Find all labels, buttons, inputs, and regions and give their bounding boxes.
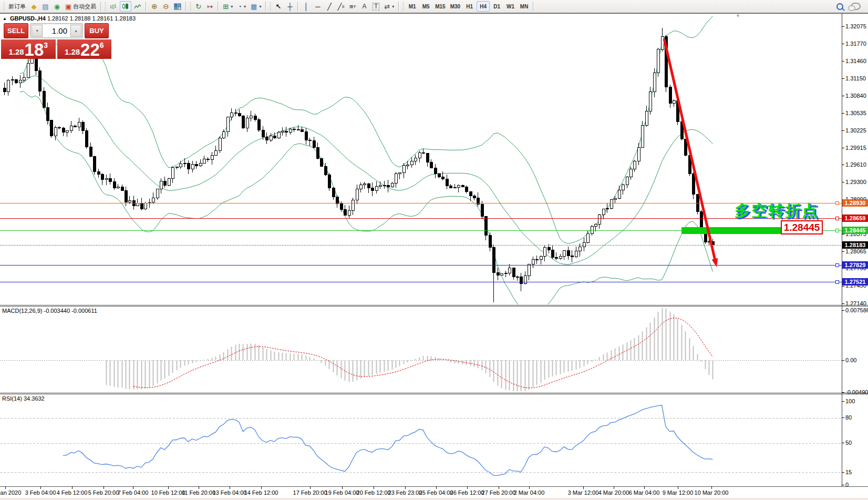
- auto-scroll-icon: ↻: [195, 3, 201, 10]
- toolbar-separator: [265, 2, 266, 11]
- timeframe-button-m1[interactable]: M1: [406, 1, 419, 12]
- toolbar-separator: [185, 2, 187, 11]
- zoom-out-button[interactable]: ⊖: [160, 1, 171, 12]
- auto-trading-icon: ▣: [65, 3, 71, 10]
- price-tick-1.29300: 1.29300: [845, 179, 866, 186]
- line-handle[interactable]: [835, 281, 839, 284]
- time-tick: 13 Feb 04:00: [213, 489, 247, 496]
- crosshair-icon: ┼: [287, 3, 292, 10]
- templates-button[interactable]: ▦ ▾: [249, 1, 263, 12]
- buy-button[interactable]: BUY: [85, 23, 109, 38]
- text-icon: A: [362, 3, 366, 10]
- shapes-button[interactable]: ⇄ ▾: [382, 1, 396, 12]
- indicators-add-icon: ⊞: [223, 3, 229, 10]
- volume-decrease-button[interactable]: ▼: [32, 25, 43, 37]
- cursor-arrow-icon: ↖: [275, 3, 281, 10]
- auto-scroll-button[interactable]: ↻: [193, 1, 204, 12]
- line-handle[interactable]: [835, 202, 839, 205]
- community-chat-button[interactable]: [849, 1, 863, 12]
- indicators-button[interactable]: ⊞ ▾: [221, 1, 235, 12]
- candlestick-chart-button[interactable]: [120, 1, 131, 12]
- timeframe-button-d1[interactable]: D1: [490, 1, 503, 12]
- macd-tick-0.00: 0.00: [845, 357, 856, 364]
- toolbar-separator: [297, 2, 298, 11]
- toolbar-right-group: [834, 1, 866, 12]
- signals-icon: ◉: [54, 3, 60, 10]
- time-tick: 6 Mar 04:00: [629, 489, 660, 496]
- trend-arrow-head: [712, 258, 718, 267]
- market-watch-icon: ◆: [32, 3, 37, 10]
- timeframe-button-m5[interactable]: M5: [419, 1, 432, 12]
- mt4-window: { "toolbar": { "new_order": "新订单", "auto…: [0, 0, 868, 500]
- market-watch-button[interactable]: ◆: [28, 1, 39, 12]
- buy-price-tile[interactable]: 1.28 22 6: [57, 39, 112, 59]
- cursor-button[interactable]: ↖: [273, 1, 284, 12]
- timeframe-button-w1[interactable]: W1: [504, 1, 517, 12]
- candles: [3, 28, 714, 302]
- price-tick-1.28065: 1.28065: [845, 248, 866, 255]
- search-icon: [836, 3, 843, 10]
- timeframe-button-m30[interactable]: M30: [448, 1, 462, 12]
- sell-price-tile[interactable]: 1.28 18 3: [1, 39, 56, 59]
- price-tick-1.31460: 1.31460: [845, 58, 866, 65]
- macd-tick-0.007586: 0.007586: [845, 307, 868, 314]
- volume-increase-button[interactable]: ▲: [70, 25, 81, 37]
- periods-button[interactable]: ◔ ▾: [235, 1, 248, 12]
- line-handle[interactable]: [835, 264, 839, 267]
- time-tick: 17 Feb 20:00: [293, 489, 327, 496]
- new-order-label: 新订单: [8, 3, 26, 11]
- chart-shift-button[interactable]: ↦: [204, 1, 215, 12]
- annotation-text[interactable]: 多空转折点: [735, 200, 819, 222]
- new-order-button[interactable]: 新订单: [6, 1, 28, 12]
- time-tick: 10 Feb 12:00: [151, 489, 185, 496]
- rsi-line: [63, 405, 713, 476]
- price-tick-1.29915: 1.29915: [845, 145, 866, 151]
- crosshair-button[interactable]: ┼: [284, 1, 295, 12]
- time-tick: 9 Mar 12:00: [663, 489, 694, 496]
- auto-trading-button[interactable]: ▣ 自动交易: [63, 1, 98, 12]
- time-tick: 4 Mar 20:00: [598, 489, 629, 496]
- time-tick: 30 Jan 2020: [0, 489, 21, 496]
- bar-chart-button[interactable]: [108, 1, 119, 12]
- collapse-triangle-icon: ▲: [3, 16, 7, 21]
- timeframe-button-h4[interactable]: H4: [477, 1, 490, 12]
- vertical-line-button[interactable]: │: [301, 1, 312, 12]
- candlestick-icon: [122, 3, 129, 10]
- rsi-tick-15: 15: [845, 469, 852, 476]
- line-handle[interactable]: [835, 217, 839, 220]
- text-label-button[interactable]: T: [370, 1, 381, 12]
- chart-canvas[interactable]: [0, 0, 868, 500]
- channel-button[interactable]: ╱E: [335, 1, 347, 12]
- signals-button[interactable]: ◉: [51, 1, 63, 12]
- fibonacci-button[interactable]: ≡F: [347, 1, 358, 12]
- channel-sub-label: E: [342, 5, 345, 8]
- rsi-label: RSI(14) 34.3632: [2, 395, 45, 402]
- line-chart-button[interactable]: [132, 1, 143, 12]
- zoom-in-button[interactable]: ⊕: [149, 1, 160, 12]
- chart-shift-marker-icon[interactable]: ▼: [736, 13, 740, 18]
- price-badge-1.27521: 1.27521: [842, 278, 868, 285]
- sell-price-big: 18: [25, 42, 44, 58]
- arrow-up-icon: ▲: [74, 29, 78, 33]
- search-button[interactable]: [834, 1, 845, 12]
- bollinger-bands: [20, 16, 713, 315]
- auto-trading-label: 自动交易: [73, 3, 96, 11]
- horizontal-line-button[interactable]: ─: [312, 1, 323, 12]
- trendline-button[interactable]: ╱: [324, 1, 335, 12]
- timeframe-button-mn[interactable]: MN: [518, 1, 531, 12]
- chevron-down-icon: ▾: [392, 4, 394, 9]
- volume-value[interactable]: 1.00: [43, 25, 70, 37]
- zoom-in-icon: ⊕: [151, 3, 158, 10]
- text-button[interactable]: A: [359, 1, 370, 12]
- tile-windows-button[interactable]: [172, 1, 183, 12]
- timeframe-button-m15[interactable]: M15: [433, 1, 447, 12]
- timeframe-button-h1[interactable]: H1: [463, 1, 476, 12]
- time-tick: 4 Feb 12:00: [57, 489, 88, 496]
- sell-button[interactable]: SELL: [4, 23, 28, 38]
- data-window-button[interactable]: ▤: [40, 1, 51, 12]
- rsi-current-value: 34.3632: [24, 395, 45, 402]
- line-handle[interactable]: [835, 229, 839, 232]
- time-tick: 23 Feb 23:00: [388, 489, 422, 496]
- toolbar-grip: [190, 2, 191, 11]
- price-callout-box[interactable]: 1.28445: [781, 220, 823, 234]
